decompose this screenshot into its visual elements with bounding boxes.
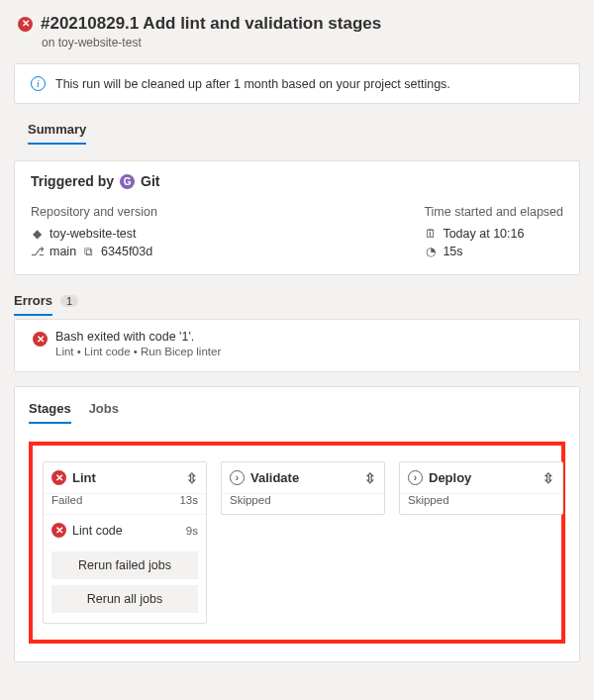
summary-card: Triggered by G Git Repository and versio… [14, 160, 580, 275]
branch-name[interactable]: main [50, 245, 76, 258]
run-title: #20210829.1 Add lint and validation stag… [41, 14, 381, 34]
run-title-row: ✕ #20210829.1 Add lint and validation st… [18, 14, 576, 34]
stages-card: Stages Jobs ✕ Lint ⇳ Failed 13s ✕ Lint c… [14, 386, 580, 662]
job-lint-code[interactable]: ✕ Lint code 9s [44, 514, 206, 546]
info-icon: i [31, 76, 46, 91]
run-subtitle: on toy-website-test [42, 36, 576, 50]
rerun-failed-button[interactable]: Rerun failed jobs [51, 551, 198, 579]
error-path: Lint • Lint code • Run Bicep linter [55, 346, 221, 357]
repo-name[interactable]: toy-website-test [50, 227, 137, 241]
job-duration: 9s [186, 525, 198, 537]
repo-column: Repository and version ◆ toy-website-tes… [31, 205, 157, 262]
stage-duration: 13s [179, 494, 198, 506]
expand-icon[interactable]: ⇳ [364, 471, 376, 485]
run-header: ✕ #20210829.1 Add lint and validation st… [0, 0, 594, 63]
commit-hash[interactable]: 6345f03d [101, 245, 152, 258]
avatar: G [120, 174, 135, 189]
repo-heading: Repository and version [31, 205, 157, 219]
errors-card: ✕ Bash exited with code '1'. Lint • Lint… [14, 319, 580, 372]
stage-status: Failed [51, 494, 82, 506]
summary-tab[interactable]: Summary [28, 118, 86, 145]
clock-icon: ◔ [424, 245, 437, 258]
job-name: Lint code [72, 524, 123, 538]
repo-icon: ◆ [31, 227, 44, 241]
stages-highlight-box: ✕ Lint ⇳ Failed 13s ✕ Lint code 9s Rerun… [29, 442, 565, 644]
stage-deploy[interactable]: › Deploy ⇳ Skipped [399, 461, 563, 515]
error-icon: ✕ [18, 17, 33, 32]
time-heading: Time started and elapsed [424, 205, 563, 219]
branch-icon: ⎇ [31, 245, 44, 258]
stage-name: Deploy [429, 470, 471, 485]
errors-heading[interactable]: Errors [14, 293, 52, 316]
expand-icon[interactable]: ⇳ [543, 471, 554, 485]
stage-status: Skipped [230, 494, 271, 506]
cleanup-banner: i This run will be cleaned up after 1 mo… [14, 63, 580, 104]
stage-status: Skipped [408, 494, 449, 506]
triggered-prefix: Triggered by [31, 173, 114, 189]
tab-stages[interactable]: Stages [29, 401, 71, 424]
commit-icon: ⧉ [82, 245, 95, 258]
stages-tabs: Stages Jobs [29, 401, 565, 424]
stage-validate[interactable]: › Validate ⇳ Skipped [221, 461, 385, 515]
errors-heading-row: Errors 1 [14, 289, 580, 315]
skipped-icon: › [230, 470, 245, 485]
triggered-name: Git [141, 173, 159, 189]
error-message: Bash exited with code '1'. [55, 330, 221, 344]
error-icon: ✕ [33, 332, 48, 347]
calendar-icon: 🗓 [424, 227, 437, 241]
time-elapsed: 15s [443, 245, 462, 258]
stage-lint[interactable]: ✕ Lint ⇳ Failed 13s ✕ Lint code 9s Rerun… [43, 461, 207, 624]
stage-name: Validate [250, 470, 299, 485]
error-item[interactable]: ✕ Bash exited with code '1'. Lint • Lint… [15, 320, 579, 371]
stage-name: Lint [72, 470, 96, 485]
time-started: Today at 10:16 [443, 227, 524, 241]
error-icon: ✕ [51, 470, 66, 485]
expand-icon[interactable]: ⇳ [186, 471, 198, 485]
cleanup-text: This run will be cleaned up after 1 mont… [55, 77, 450, 91]
skipped-icon: › [408, 470, 423, 485]
tab-jobs[interactable]: Jobs [89, 401, 119, 424]
errors-count-badge: 1 [60, 295, 78, 307]
time-column: Time started and elapsed 🗓 Today at 10:1… [424, 205, 563, 262]
error-icon: ✕ [51, 523, 66, 538]
triggered-by: Triggered by G Git [31, 173, 563, 189]
rerun-all-button[interactable]: Rerun all jobs [51, 585, 198, 613]
